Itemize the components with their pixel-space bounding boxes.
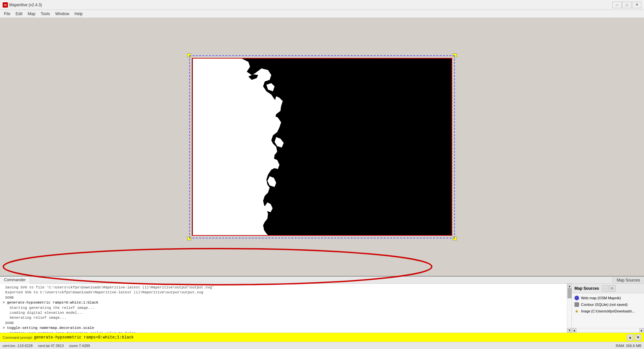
menu-window[interactable]: Window bbox=[52, 10, 72, 17]
commander-log[interactable]: Saving SVG to file 'C:\Users\ckfpo\Downl… bbox=[0, 284, 567, 333]
source-item-contour[interactable]: Contour (SQLite) (not saved) bbox=[572, 301, 644, 308]
status-bar: cent.lon -119.6228 cent.lat 47.3913 zoom… bbox=[0, 342, 644, 349]
map-sources-tab[interactable]: Map Sources bbox=[612, 277, 644, 283]
close-button[interactable]: ✕ bbox=[632, 2, 641, 8]
command-prompt-input[interactable] bbox=[34, 334, 626, 341]
title-bar: m Maperitive (v2.4.3) ─ □ ✕ bbox=[0, 0, 644, 10]
command-down-button[interactable]: ▼ bbox=[635, 334, 641, 341]
log-line: Saving SVG to file 'C:\Users\ckfpo\Downl… bbox=[3, 285, 564, 290]
log-line: > toggle-setting name=map.decoration.sca… bbox=[3, 326, 564, 331]
menu-tools[interactable]: Tools bbox=[38, 10, 52, 17]
status-cent-lat: cent.lat 47.3913 bbox=[38, 344, 64, 348]
source-label: Contour (SQLite) (not saved) bbox=[581, 303, 628, 307]
map-sources-title: Map Sources bbox=[574, 286, 599, 291]
log-line: > generate-hypsometric ramps=0:white;1:b… bbox=[3, 300, 564, 305]
status-ram: RAM: 266.6 MB bbox=[616, 344, 641, 348]
map-container[interactable] bbox=[192, 58, 452, 236]
menu-file[interactable]: File bbox=[1, 10, 13, 17]
source-label: Image (C:\Users\ckfpo\Downloads\Maperiti… bbox=[581, 309, 637, 313]
source-label: Web map (OSM Mapnik) bbox=[581, 296, 621, 300]
panel-header-row: Commander Map Sources bbox=[0, 277, 644, 284]
status-left: cent.lon -119.6228 cent.lat 47.3913 zoom… bbox=[3, 344, 90, 348]
map-sources-header: Map Sources ✕ ⟳ bbox=[572, 284, 644, 293]
log-line: Loading digital elevation model... bbox=[3, 310, 564, 315]
log-line: Starting generating the relief image... bbox=[3, 306, 564, 310]
log-line: DONE bbox=[3, 321, 564, 326]
star-icon: ★ bbox=[574, 309, 579, 313]
canvas-area[interactable] bbox=[0, 18, 644, 276]
menu-help[interactable]: Help bbox=[72, 10, 85, 17]
menu-map[interactable]: Map bbox=[25, 10, 38, 17]
source-item-webmap[interactable]: Web map (OSM Mapnik) bbox=[572, 295, 644, 301]
database-icon bbox=[574, 302, 579, 307]
map-sources-refresh-button[interactable]: ⟳ bbox=[609, 285, 616, 292]
scroll-down-button[interactable]: ▼ bbox=[567, 328, 572, 333]
menu-bar: File Edit Map Tools Window Help bbox=[0, 10, 644, 18]
map-sources-close-button[interactable]: ✕ bbox=[602, 285, 608, 292]
map-sources-list: Web map (OSM Mapnik) Contour (SQLite) (n… bbox=[572, 293, 644, 328]
command-up-button[interactable]: ▲ bbox=[627, 334, 633, 341]
minimize-button[interactable]: ─ bbox=[612, 2, 622, 8]
title-bar-left: m Maperitive (v2.4.3) bbox=[3, 2, 42, 8]
h-scroll-track[interactable] bbox=[576, 328, 639, 333]
log-line: DONE bbox=[3, 295, 564, 300]
map-sources-panel: Map Sources ✕ ⟳ Web map (OSM Mapnik) Con… bbox=[571, 284, 644, 333]
status-zoom: zoom 7.4289 bbox=[69, 344, 90, 348]
bottom-panel: Commander Map Sources Saving SVG to file… bbox=[0, 276, 644, 342]
h-scroll-left-button[interactable]: ◄ bbox=[572, 328, 576, 333]
main-content: Commander Map Sources Saving SVG to file… bbox=[0, 18, 644, 349]
log-line: Generating relief image... bbox=[3, 315, 564, 320]
h-scroll-right-button[interactable]: ► bbox=[639, 328, 644, 333]
sources-scrollbar[interactable]: ◄ ► bbox=[572, 328, 644, 333]
commander-body: Saving SVG to file 'C:\Users\ckfpo\Downl… bbox=[0, 284, 644, 333]
menu-edit[interactable]: Edit bbox=[13, 10, 25, 17]
map-sources-toolbar: ✕ ⟳ bbox=[602, 285, 616, 292]
map-svg bbox=[192, 59, 452, 235]
app-title: Maperitive (v2.4.3) bbox=[9, 3, 42, 7]
handle-top-right[interactable] bbox=[453, 53, 457, 57]
globe-icon bbox=[574, 296, 579, 300]
scrollbar-track[interactable] bbox=[567, 288, 571, 328]
command-prompt-label: Command prompt: bbox=[3, 336, 33, 339]
command-prompt-row: Command prompt: ▲ ▼ bbox=[0, 333, 644, 342]
handle-bottom-right[interactable] bbox=[453, 236, 457, 240]
source-item-image[interactable]: ★ Image (C:\Users\ckfpo\Downloads\Maperi… bbox=[572, 308, 644, 314]
handle-top-left[interactable] bbox=[187, 53, 191, 57]
map-image[interactable] bbox=[192, 58, 452, 236]
scrollbar-thumb[interactable] bbox=[568, 288, 571, 298]
restore-button[interactable]: □ bbox=[622, 2, 631, 8]
status-cent-lon: cent.lon -119.6228 bbox=[3, 344, 33, 348]
scroll-up-button[interactable]: ▲ bbox=[567, 284, 572, 288]
app-icon: m bbox=[3, 2, 8, 8]
title-bar-controls: ─ □ ✕ bbox=[612, 2, 641, 8]
log-line: Exported SVG to C:\Users\ckfpo\Downloads… bbox=[3, 290, 564, 295]
handle-bottom-left[interactable] bbox=[187, 236, 191, 240]
commander-tab[interactable]: Commander bbox=[0, 277, 30, 284]
commander-scrollbar[interactable]: ▲ ▼ bbox=[567, 284, 571, 333]
